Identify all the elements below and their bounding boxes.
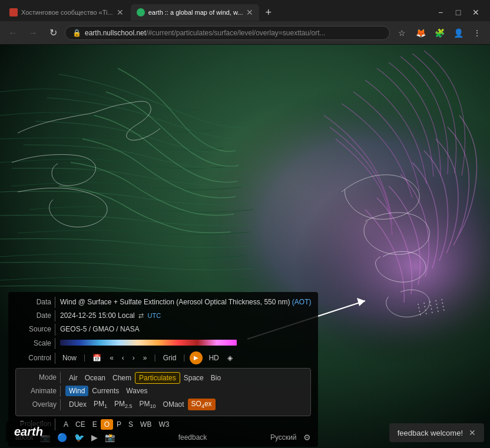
tab-2[interactable]: earth :: a global map of wind, w... ✕ [131,4,260,21]
proj-a[interactable]: A [60,419,72,430]
overlay-so4ex[interactable]: SO4ex [188,399,216,410]
utc-link[interactable]: UTC [147,312,161,319]
now-button[interactable]: Now [60,353,79,363]
youtube-icon[interactable]: ▶ [91,433,98,442]
grid-button[interactable]: Grid [161,353,179,363]
earth-badge[interactable]: earth [6,422,51,442]
overlay-omaot[interactable]: OMaot [160,399,188,410]
mode-chem[interactable]: Chem [109,373,135,383]
control-row: Control Now | 📅 « ‹ › » | Grid | ▶ HD ◈ [15,351,311,364]
forward-button[interactable]: → [25,25,41,41]
overlay-pm25[interactable]: PM2.5 [111,399,136,410]
back-step-button[interactable]: ‹ [120,353,127,363]
earth-badge-container[interactable]: earth [6,422,51,442]
extension-icon-2[interactable]: 🧩 [431,25,448,41]
overlay-pm1[interactable]: PM1 [90,399,111,410]
settings-icon[interactable]: ⚙ [303,433,311,442]
date-label: Date [15,310,55,321]
overlay-label: Overlay [21,399,61,410]
mode-space[interactable]: Space [180,373,207,383]
data-value: Wind @ Surface + Sulfate Extinction (Aer… [60,297,311,308]
close-button[interactable]: ✕ [468,4,484,21]
twitter-icon[interactable]: 🐦 [74,433,84,442]
overlay-duex[interactable]: DUex [65,399,90,410]
url-text: earth.nullschool.net/#current/particulat… [85,29,382,37]
feedback-toast: feedback welcome! ✕ [389,423,484,442]
mode-label: Mode [21,372,61,383]
url-box[interactable]: 🔒 earth.nullschool.net/#current/particul… [65,26,390,40]
proj-w3[interactable]: W3 [155,419,173,430]
feedback-link[interactable]: feedback [178,433,207,442]
mode-section: Mode Air Ocean Chem Particulates Space B… [15,368,311,417]
animate-currents[interactable]: Currents [88,386,122,396]
map-settings-icon[interactable]: ◈ [225,353,235,363]
source-label: Source [15,324,55,335]
tab-2-title: earth :: a global map of wind, w... [148,9,243,16]
url-domain: earth.nullschool.net [85,29,146,37]
mode-bio[interactable]: Bio [207,373,224,383]
toolbar-icons: ☆ 🦊 🧩 👤 ⋮ [393,25,485,41]
maximize-button[interactable]: □ [450,4,466,21]
facebook-icon[interactable]: 🔵 [57,433,67,442]
tab-bar: Хостинговое сообщество «Ti... ✕ earth ::… [0,0,490,21]
proj-ce[interactable]: CE [72,419,89,430]
date-value: 2024-12-25 15:00 Local ⇄ UTC [60,310,161,321]
mode-air[interactable]: Air [65,373,81,383]
back-button[interactable]: ← [5,25,21,41]
animate-waves[interactable]: Waves [122,386,151,396]
tab-1-favicon [9,8,18,16]
skip-back-button[interactable]: « [107,353,116,363]
scale-row: Scale [15,338,311,349]
mode-ocean[interactable]: Ocean [81,373,109,383]
tab-2-close[interactable]: ✕ [246,8,253,17]
proj-wb[interactable]: WB [137,419,155,430]
source-value: GEOS-5 / GMAO / NASA [60,324,140,335]
date-row: Date 2024-12-25 15:00 Local ⇄ UTC [15,310,311,321]
control-label: Control [15,353,55,364]
window-controls: − □ ✕ [432,4,486,21]
new-tab-button[interactable]: + [260,6,276,19]
minimize-button[interactable]: − [432,4,449,21]
overlay-pm10[interactable]: PM10 [136,399,160,410]
address-bar: ← → ↻ 🔒 earth.nullschool.net/#current/pa… [0,21,490,45]
skip-forward-button[interactable]: » [141,353,150,363]
extension-icon-1[interactable]: 🦊 [412,25,429,41]
animate-row: Animate Wind Currents Waves [21,386,306,397]
source-row: Source GEOS-5 / GMAO / NASA [15,324,311,335]
reload-button[interactable]: ↻ [45,25,61,41]
feedback-toast-text: feedback welcome! [398,429,463,437]
play-button[interactable]: ▶ [190,351,203,364]
footer-row: about 📷 🔵 🐦 ▶ 📸 feedback Русский ⚙ [15,433,311,442]
extension-icon-3[interactable]: 👤 [450,25,466,41]
animate-wind[interactable]: Wind [65,386,88,396]
forward-step-button[interactable]: › [130,353,137,363]
hd-button[interactable]: HD [206,353,221,363]
overlay-row: Overlay DUex PM1 PM2.5 PM10 OMaot SO4ex [21,399,306,410]
tab-1-close[interactable]: ✕ [117,8,124,17]
proj-p[interactable]: P [113,419,125,430]
control-panel: Data Wind @ Surface + Sulfate Extinction… [8,292,318,447]
toast-close-button[interactable]: ✕ [469,428,476,437]
url-path: /#current/particulates/surface/level/ove… [146,29,325,37]
tab-1-title: Хостинговое сообщество «Ti... [21,9,113,16]
tab-2-favicon [137,8,145,16]
scale-gradient [60,340,237,346]
instagram-icon[interactable]: 📸 [105,433,115,442]
tab-1[interactable]: Хостинговое сообщество «Ti... ✕ [4,4,130,21]
russian-link[interactable]: Русский [270,433,297,442]
mode-particulates[interactable]: Particulates [135,372,180,384]
menu-icon[interactable]: ⋮ [469,25,485,41]
bookmark-icon[interactable]: ☆ [393,25,410,41]
calendar-icon[interactable]: 📅 [90,353,104,363]
proj-e[interactable]: E [89,419,101,430]
data-label: Data [15,297,55,308]
mode-row: Mode Air Ocean Chem Particulates Space B… [21,372,306,384]
animate-label: Animate [21,386,61,397]
projection-row: Projection A CE E O P S WB W3 [15,419,311,430]
map-area[interactable]: Data Wind @ Surface + Sulfate Extinction… [0,45,490,448]
control-buttons: Now | 📅 « ‹ › » | Grid | ▶ HD ◈ [60,351,235,364]
data-row: Data Wind @ Surface + Sulfate Extinction… [15,297,311,308]
proj-s[interactable]: S [125,419,137,430]
proj-o[interactable]: O [101,419,113,430]
lock-icon: 🔒 [72,29,81,37]
